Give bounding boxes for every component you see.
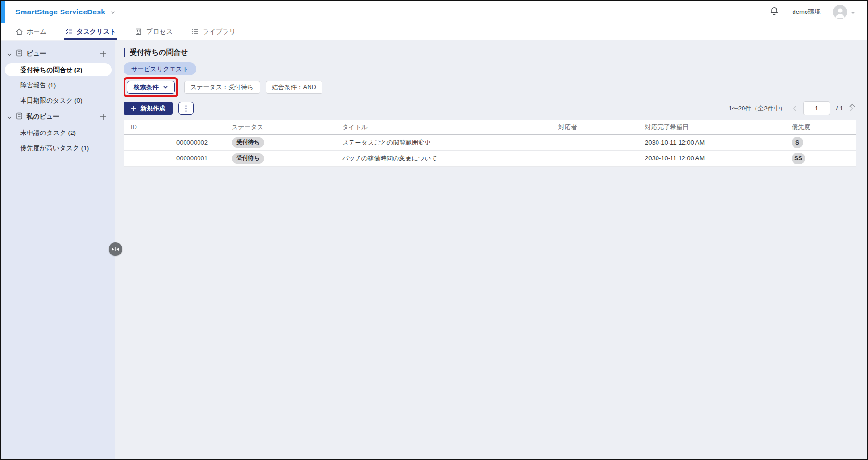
category-chip: サービスリクエスト — [124, 62, 196, 75]
filter-chip-label: 結合条件：AND — [272, 83, 316, 92]
search-conditions-button[interactable]: 検索条件 — [127, 81, 175, 94]
brand-stripe — [1, 1, 5, 23]
kebab-icon — [185, 105, 187, 112]
sidebar-item-label: 受付待ちの問合せ (2) — [20, 66, 82, 74]
chevron-down-icon[interactable] — [7, 112, 12, 121]
column-header-priority: 優先度 — [784, 120, 856, 134]
sidebar-item-pending-inquiries[interactable]: 受付待ちの問合せ (2) — [5, 63, 112, 76]
pagination: 1〜20件（全2件中） / 1 — [729, 101, 854, 115]
process-icon — [135, 28, 142, 36]
cell-assignee — [551, 150, 638, 166]
create-new-button[interactable]: 新規作成 — [124, 102, 173, 115]
view-list-icon — [16, 112, 23, 121]
priority-badge: S — [792, 137, 803, 148]
column-header-due-date: 対応完了希望日 — [638, 120, 784, 134]
home-icon — [15, 28, 23, 36]
filter-chip-join-condition[interactable]: 結合条件：AND — [266, 81, 322, 94]
add-my-view-button[interactable] — [100, 113, 107, 120]
avatar — [833, 5, 847, 19]
page-title: 受付待ちの問合せ — [130, 48, 188, 57]
search-conditions-label: 検索条件 — [134, 83, 159, 92]
column-header-title: タイトル — [335, 120, 551, 134]
sidebar-item-label: 優先度が高いタスク (1) — [20, 144, 89, 153]
app-header: SmartStage ServiceDesk demo環境 — [1, 1, 867, 23]
task-table: ID ステータス タイトル 対応者 対応完了希望日 優先度 000000002 … — [124, 120, 856, 167]
column-header-assignee: 対応者 — [551, 120, 638, 134]
sidebar-item-high-priority-tasks[interactable]: 優先度が高いタスク (1) — [1, 142, 112, 155]
collapse-filter-chevron-up-icon[interactable] — [849, 103, 856, 108]
cell-id: 000000001 — [124, 150, 224, 166]
library-icon — [191, 28, 198, 36]
table-row[interactable]: 000000001 受付待ち バッチの稼働時間の変更について 2030-10-1… — [124, 150, 856, 166]
section-label: 私のビュー — [26, 112, 59, 121]
tasklist-icon — [65, 28, 73, 36]
cell-due-date: 2030-10-11 12:00 AM — [638, 134, 784, 150]
main-content: 受付待ちの問合せ サービスリクエスト 検索条件 ステータス：受付待ち 結合条件：… — [115, 41, 867, 459]
add-view-button[interactable] — [100, 50, 107, 57]
cell-title: ステータスごとの閲覧範囲変更 — [335, 134, 551, 150]
sidebar-section-my-views: 私のビュー — [1, 109, 115, 124]
section-label: ビュー — [26, 49, 46, 58]
cell-id: 000000002 — [124, 134, 224, 150]
table-header-row: ID ステータス タイトル 対応者 対応完了希望日 優先度 — [124, 120, 856, 134]
sidebar-item-label: 障害報告 (1) — [20, 81, 56, 90]
main-nav: ホーム タスクリスト プロセス ライブラリ — [1, 23, 867, 40]
brand-title: SmartStage ServiceDesk — [15, 8, 105, 16]
app-window: SmartStage ServiceDesk demo環境 — [0, 0, 868, 460]
tab-label: タスクリスト — [76, 27, 116, 36]
pagination-total: / 1 — [836, 105, 843, 112]
tab-tasklist[interactable]: タスクリスト — [64, 23, 117, 40]
chevron-down-icon[interactable] — [7, 49, 12, 58]
sidebar-section-views: ビュー — [1, 47, 115, 61]
collapse-icon — [112, 246, 119, 253]
create-new-label: 新規作成 — [140, 104, 165, 113]
sidebar-item-label: 本日期限のタスク (0) — [20, 97, 83, 105]
notification-bell-icon[interactable] — [769, 6, 780, 18]
tab-home[interactable]: ホーム — [14, 23, 48, 40]
sidebar-item-incident-reports[interactable]: 障害報告 (1) — [1, 79, 112, 92]
sidebar: ビュー 受付待ちの問合せ (2) 障害報告 (1) 本日期限のタスク (0) 私… — [1, 41, 115, 459]
tab-label: ホーム — [27, 27, 47, 36]
user-menu[interactable] — [833, 5, 856, 19]
status-badge: 受付待ち — [232, 153, 264, 164]
chevron-down-icon — [163, 85, 168, 89]
brand-chevron-down-icon[interactable] — [110, 8, 116, 16]
cell-due-date: 2030-10-11 12:00 AM — [638, 150, 784, 166]
sidebar-item-unsubmitted-tasks[interactable]: 未申請のタスク (2) — [1, 126, 112, 139]
priority-badge: SS — [792, 153, 805, 164]
cell-assignee — [551, 134, 638, 150]
title-accent-bar — [124, 48, 125, 57]
environment-label: demo環境 — [792, 8, 820, 16]
table-row[interactable]: 000000002 受付待ち ステータスごとの閲覧範囲変更 2030-10-11… — [124, 134, 856, 150]
sidebar-item-label: 未申請のタスク (2) — [20, 129, 76, 137]
status-badge: 受付待ち — [232, 137, 264, 148]
annotation-highlight-box: 検索条件 — [124, 77, 178, 97]
collapse-sidebar-button[interactable] — [109, 242, 122, 256]
user-chevron-down-icon[interactable] — [850, 8, 856, 16]
pagination-range: 1〜20件（全2件中） — [729, 104, 786, 113]
tab-library[interactable]: ライブラリ — [190, 23, 236, 40]
view-list-icon — [16, 49, 23, 59]
tab-label: プロセス — [146, 27, 173, 36]
tab-label: ライブラリ — [202, 27, 236, 36]
filter-chip-status[interactable]: ステータス：受付待ち — [184, 81, 260, 94]
tab-process[interactable]: プロセス — [134, 23, 174, 40]
plus-icon — [131, 106, 136, 111]
column-header-status: ステータス — [224, 120, 335, 134]
brand-menu[interactable]: SmartStage ServiceDesk — [15, 8, 116, 16]
more-actions-button[interactable] — [178, 102, 194, 115]
cell-title: バッチの稼働時間の変更について — [335, 150, 551, 166]
sidebar-item-due-today[interactable]: 本日期限のタスク (0) — [1, 94, 112, 107]
filter-chip-label: ステータス：受付待ち — [190, 83, 254, 92]
prev-page-button[interactable] — [793, 105, 797, 112]
column-header-id: ID — [124, 120, 224, 134]
page-number-input[interactable] — [803, 101, 830, 115]
